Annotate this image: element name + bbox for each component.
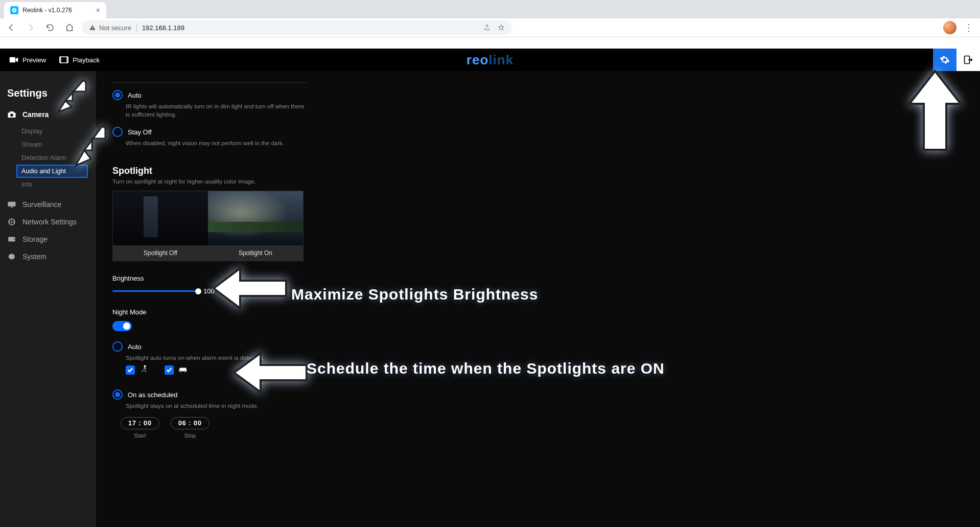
radio-icon: [112, 341, 123, 352]
blank-strip: [0, 37, 980, 49]
nav-preview[interactable]: Preview: [9, 56, 46, 64]
svg-rect-12: [67, 58, 67, 59]
warning-icon: [89, 24, 96, 31]
compare-image-on: [208, 191, 303, 245]
camera-icon: [9, 56, 18, 63]
spotlight-auto-label: Auto: [128, 343, 142, 351]
back-button[interactable]: [4, 20, 18, 35]
bookmark-star-icon[interactable]: [498, 24, 505, 31]
spotlight-title: Spotlight: [112, 166, 307, 176]
annotation-arrow-icon: [209, 260, 291, 316]
svg-point-23: [13, 239, 14, 240]
person-running-icon: [139, 365, 149, 375]
annotation-text-brightness: Maximize Spotlights Brightness: [291, 286, 538, 303]
schedule-start[interactable]: 17 : 00 Start: [121, 417, 159, 439]
start-label: Start: [121, 432, 159, 439]
svg-rect-19: [8, 202, 16, 207]
start-time: 17 : 00: [121, 417, 159, 429]
divider: [112, 82, 307, 83]
annotation-arrow-icon: [55, 76, 91, 117]
ir-auto-label: Auto: [128, 91, 142, 99]
sidebar-item-storage[interactable]: Storage: [7, 235, 89, 243]
radio-icon: [112, 90, 123, 100]
browser-toolbar: Not secure 192.168.1.189 ⋮: [0, 18, 980, 37]
ir-auto-desc: IR lights will automatically turn on in …: [126, 102, 307, 119]
compare-label-on: Spotlight On: [208, 245, 303, 261]
settings-content: Auto IR lights will automatically turn o…: [96, 71, 980, 527]
ir-stayoff-option[interactable]: Stay Off: [112, 127, 307, 137]
ir-auto-option[interactable]: Auto: [112, 90, 307, 100]
svg-rect-11: [61, 61, 61, 62]
radio-icon: [112, 127, 123, 137]
tab-title: Reolink - v1.0.276: [22, 7, 72, 14]
gear-icon: [940, 55, 950, 65]
car-icon: [178, 365, 188, 375]
share-icon[interactable]: [483, 24, 491, 31]
night-mode-toggle[interactable]: [112, 321, 132, 331]
app-header: Preview Playback reolink: [0, 49, 980, 71]
tab-close-icon[interactable]: ×: [96, 7, 100, 14]
slider-track: [112, 290, 198, 292]
detect-person-checkbox[interactable]: [126, 365, 149, 375]
detect-vehicle-checkbox[interactable]: [165, 365, 188, 375]
annotation-arrow-icon: [899, 68, 971, 155]
radio-icon: [112, 389, 123, 400]
globe-icon: [7, 218, 16, 226]
tab-favicon-icon: [10, 6, 18, 14]
nav-playback-label: Playback: [73, 56, 100, 64]
svg-point-25: [144, 365, 146, 368]
spotlight-scheduled-desc: Spotlight stays on at scheduled time in …: [126, 402, 307, 410]
annotation-arrow-icon: [72, 122, 112, 173]
annotation-arrow-icon: [230, 347, 312, 398]
reload-button[interactable]: [43, 20, 57, 35]
monitor-icon: [7, 200, 16, 209]
checkbox-icon: [126, 365, 135, 375]
sidebar-sub-info[interactable]: Info: [21, 178, 89, 191]
address-separator: [136, 24, 137, 32]
svg-rect-10: [61, 59, 61, 60]
stop-time: 06 : 00: [171, 417, 209, 429]
storage-icon: [7, 235, 16, 243]
film-icon: [59, 56, 68, 63]
ir-stayoff-label: Stay Off: [128, 128, 152, 136]
reolink-logo: reolink: [466, 52, 514, 68]
address-bar[interactable]: Not secure 192.168.1.189: [82, 20, 512, 35]
svg-rect-9: [61, 58, 61, 59]
spotlight-desc: Turn on spotlight at night for higher-qu…: [112, 178, 307, 185]
svg-rect-13: [67, 59, 67, 60]
gear-small-icon: [7, 253, 16, 261]
svg-rect-4: [92, 29, 92, 29]
tab-strip: Reolink - v1.0.276 ×: [0, 0, 980, 18]
slider-thumb[interactable]: [195, 288, 201, 294]
svg-point-27: [184, 371, 186, 372]
security-indicator[interactable]: Not secure: [89, 24, 131, 32]
sidebar-item-system[interactable]: System: [7, 253, 89, 261]
schedule-stop[interactable]: 06 : 00 Stop: [171, 417, 209, 439]
app-body: Settings Camera Display Stream Detection…: [0, 71, 980, 527]
sidebar-item-surveillance[interactable]: Surveillance: [7, 200, 89, 209]
spotlight-scheduled-label: On as scheduled: [128, 391, 178, 399]
svg-rect-14: [67, 61, 67, 62]
nav-preview-label: Preview: [22, 56, 46, 64]
svg-point-18: [10, 113, 13, 117]
browser-tab[interactable]: Reolink - v1.0.276 ×: [4, 2, 106, 18]
compare-label-off: Spotlight Off: [113, 245, 208, 261]
chrome-menu-button[interactable]: ⋮: [962, 22, 976, 33]
security-text: Not secure: [99, 24, 131, 32]
exit-icon: [963, 55, 973, 65]
annotation-text-schedule: Schedule the time when the Spotlights ar…: [307, 360, 665, 377]
profile-avatar[interactable]: [943, 21, 956, 34]
forward-button[interactable]: [24, 20, 38, 35]
svg-rect-20: [11, 207, 13, 208]
compare-image-off: [113, 191, 208, 245]
svg-rect-17: [10, 111, 14, 113]
nav-playback[interactable]: Playback: [59, 56, 100, 64]
svg-point-26: [180, 371, 181, 372]
sidebar-item-network[interactable]: Network Settings: [7, 218, 89, 226]
svg-rect-5: [10, 57, 15, 63]
svg-point-2: [13, 9, 15, 11]
home-button[interactable]: [62, 20, 77, 35]
camera-small-icon: [7, 110, 16, 119]
checkbox-icon: [165, 365, 174, 375]
stop-label: Stop: [171, 432, 209, 439]
